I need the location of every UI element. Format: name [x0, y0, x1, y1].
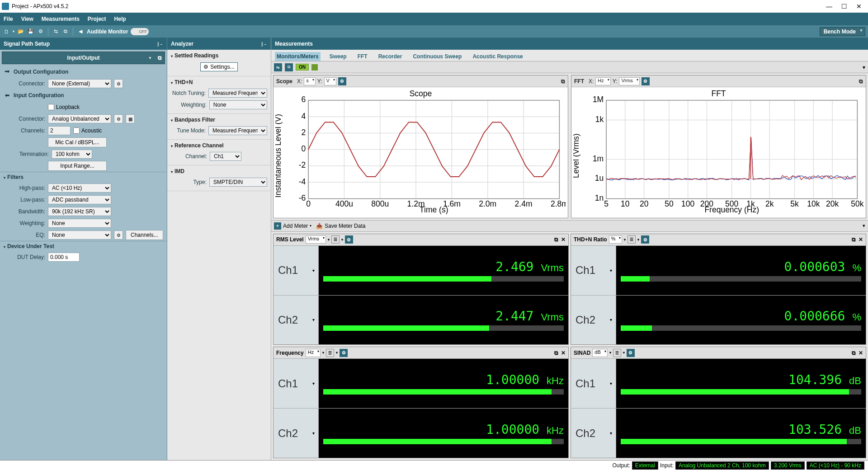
scope-x-unit[interactable]: s	[304, 77, 316, 85]
bars-icon[interactable]: ☰	[331, 235, 340, 244]
gear-icon[interactable]: ⚙	[114, 114, 123, 123]
meter-unit-select[interactable]: %	[609, 235, 623, 244]
fft-y-unit[interactable]: Vrms	[619, 77, 639, 85]
mode-select[interactable]: Bench Mode	[820, 27, 865, 36]
close-icon[interactable]: ✕	[561, 236, 566, 243]
settings-button[interactable]: ⚙Settings...	[200, 62, 237, 71]
highpass-select[interactable]: AC (<10 Hz)	[48, 183, 111, 193]
gear-icon[interactable]: ⚙	[642, 77, 650, 85]
tab-monitors[interactable]: Monitors/Meters	[275, 52, 321, 61]
popout-icon[interactable]: ⧉	[554, 236, 558, 243]
menu-file[interactable]: File	[4, 16, 13, 22]
gear-icon[interactable]: ⚙	[37, 28, 44, 35]
gear-icon[interactable]: ⚙	[641, 235, 649, 244]
gear-icon[interactable]: ⚙	[340, 349, 348, 357]
save-icon[interactable]: 💾	[27, 28, 34, 35]
tab-continuous-sweep[interactable]: Continuous Sweep	[411, 52, 463, 61]
popout-icon[interactable]: ⧉	[859, 78, 863, 85]
channel-label[interactable]: Ch1	[274, 359, 319, 408]
channel-label[interactable]: Ch2	[274, 296, 319, 345]
close-icon[interactable]: ✕	[859, 236, 863, 243]
gear-icon[interactable]: ⚙	[114, 79, 123, 88]
popout-icon[interactable]: ⧉	[554, 350, 558, 356]
channel-label[interactable]: Ch1	[274, 246, 319, 295]
eq-select[interactable]: None	[48, 230, 111, 240]
grid-icon[interactable]: ▦	[126, 114, 135, 123]
tab-fft[interactable]: FFT	[356, 52, 369, 61]
external-icon[interactable]: ⧉	[158, 55, 162, 61]
bars-icon[interactable]: ☰	[326, 349, 334, 357]
popout-icon[interactable]: ▾	[863, 64, 865, 70]
scope-y-unit[interactable]: V	[324, 77, 336, 85]
close-icon[interactable]: ✕	[859, 350, 863, 356]
generator-on-button[interactable]: ON	[296, 64, 309, 70]
channel-label[interactable]: Ch1	[571, 246, 616, 295]
imd-type-select[interactable]: SMPTE/DIN	[209, 178, 267, 187]
maximize-icon[interactable]: ☐	[841, 3, 847, 10]
channels-input[interactable]	[48, 126, 71, 135]
imd-header[interactable]: IMD	[167, 166, 271, 176]
meter-unit-select[interactable]: Hz	[306, 349, 321, 357]
close-icon[interactable]: ✕	[856, 3, 862, 10]
channel-label[interactable]: Ch1	[571, 359, 616, 408]
minimize-icon[interactable]: —	[826, 3, 832, 10]
popout-icon[interactable]: ⧉	[852, 236, 856, 243]
channels-button[interactable]: Channels...	[126, 230, 163, 240]
audible-monitor-switch[interactable]: OFF	[131, 28, 149, 35]
output-connector-select[interactable]: None (External)	[48, 79, 111, 88]
speaker-icon[interactable]: ◀	[77, 28, 84, 35]
gear-icon[interactable]: ⚙	[345, 235, 353, 244]
menu-measurements[interactable]: Measurements	[42, 16, 80, 22]
tune-select[interactable]: Measured Frequency	[208, 126, 267, 135]
mic-cal-button[interactable]: Mic Cal / dBSPL...	[48, 137, 107, 147]
input-connector-select[interactable]: Analog Unbalanced	[48, 114, 111, 123]
close-icon[interactable]: ✕	[561, 350, 566, 356]
signal-icon[interactable]: ⇆	[52, 28, 59, 35]
fft-x-unit[interactable]: Hz	[595, 77, 610, 85]
channel-label[interactable]: Ch2	[571, 296, 616, 345]
popout-icon[interactable]: |→	[261, 42, 267, 47]
dut-header[interactable]: Device Under Test	[0, 241, 167, 251]
weighting-select[interactable]: None	[48, 219, 111, 228]
notch-select[interactable]: Measured Frequency	[208, 89, 267, 98]
refch-header[interactable]: Reference Channel	[167, 141, 271, 150]
io-select[interactable]: Input/Output ⧉	[2, 52, 165, 64]
popout-icon[interactable]: ▾	[863, 223, 865, 229]
filters-header[interactable]: Filters	[0, 172, 167, 182]
gear-icon[interactable]: ⚙	[114, 230, 123, 240]
add-meter-button[interactable]: +Add Meter ▾	[274, 222, 311, 230]
analyzer-weighting-select[interactable]: None	[209, 100, 267, 109]
bars-icon[interactable]: ☰	[627, 235, 636, 244]
save-meter-data-button[interactable]: 📤Save Meter Data	[316, 223, 365, 229]
bandwidth-select[interactable]: 90k (192 kHz SR)	[48, 207, 111, 216]
channel-select[interactable]: Ch1	[210, 152, 241, 161]
loopback-checkbox[interactable]: Loopback	[48, 104, 80, 110]
open-icon[interactable]: 📂	[17, 28, 24, 35]
wave-icon[interactable]: ⧉	[62, 28, 69, 35]
channel-label[interactable]: Ch2	[274, 409, 319, 458]
gear-icon[interactable]: ⚙	[338, 77, 346, 85]
acoustic-checkbox[interactable]: Acoustic	[73, 127, 102, 134]
bandpass-header[interactable]: Bandpass Filter	[167, 115, 271, 125]
lowpass-select[interactable]: ADC passband	[48, 195, 111, 204]
popout-icon[interactable]: ⧉	[852, 350, 856, 356]
toggle-icon[interactable]: ⇆	[274, 63, 282, 71]
meter-unit-select[interactable]: dB	[592, 349, 607, 357]
meter-unit-select[interactable]: Vrms	[306, 235, 326, 244]
bars-icon[interactable]: ☰	[613, 349, 621, 357]
settled-readings-header[interactable]: Settled Readings	[167, 51, 271, 61]
gear-icon[interactable]: ⚙	[627, 349, 635, 357]
tab-sweep[interactable]: Sweep	[328, 52, 349, 61]
menu-help[interactable]: Help	[114, 16, 126, 22]
tab-recorder[interactable]: Recorder	[377, 52, 404, 61]
channel-label[interactable]: Ch2	[571, 409, 616, 458]
input-range-button[interactable]: Input Range...	[48, 161, 107, 171]
termination-select[interactable]: 100 kohm	[52, 150, 92, 159]
popout-icon[interactable]: |→	[157, 42, 163, 47]
popout-icon[interactable]: ⧉	[561, 78, 565, 85]
wave-icon[interactable]: ⧉	[285, 63, 293, 71]
thdn-header[interactable]: THD+N	[167, 77, 271, 87]
tab-acoustic-response[interactable]: Acoustic Response	[471, 52, 524, 61]
menu-project[interactable]: Project	[88, 16, 106, 22]
dut-delay-input[interactable]	[48, 253, 80, 262]
